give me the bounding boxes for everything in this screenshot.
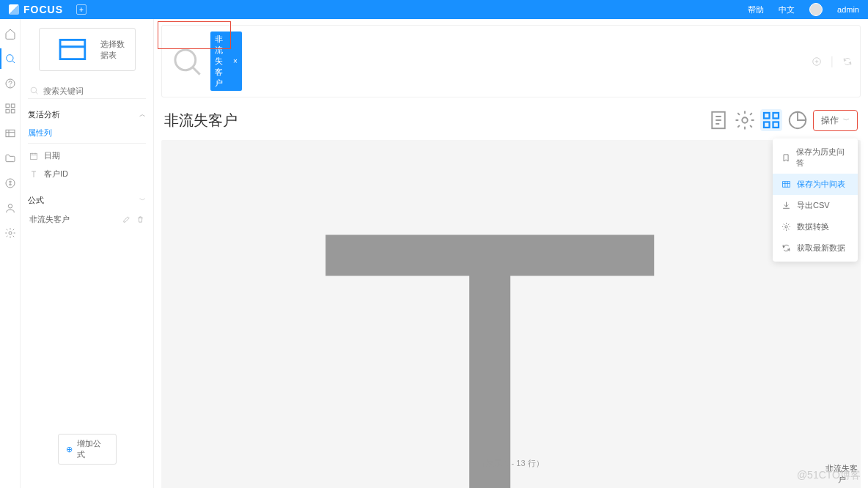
page-title: 非流失客户 xyxy=(164,111,238,130)
text-icon xyxy=(161,146,818,488)
bookmark-icon xyxy=(781,153,790,163)
formula-item[interactable]: 非流失客户 xyxy=(28,210,146,229)
new-tab-button[interactable]: + xyxy=(76,4,87,15)
svg-rect-21 xyxy=(773,122,779,128)
section-analysis-label: 复活分析 xyxy=(28,109,60,120)
app-header: FOCUS + 帮助 中文 admin xyxy=(0,0,868,19)
search-icon xyxy=(29,86,39,95)
select-table-label: 选择数据表 xyxy=(100,39,125,61)
user-icon[interactable] xyxy=(4,202,16,214)
help-link[interactable]: 帮助 xyxy=(748,4,764,15)
select-table-button[interactable]: 选择数据表 xyxy=(39,28,136,71)
grid-view-button[interactable] xyxy=(760,109,782,131)
close-icon[interactable]: × xyxy=(233,57,238,65)
brand-logo[interactable]: FOCUS xyxy=(9,4,63,15)
svg-rect-7 xyxy=(6,130,15,136)
menu-refresh-data[interactable]: 获取最新数据 xyxy=(773,237,858,259)
sidebar-search-input[interactable] xyxy=(43,86,144,95)
svg-point-23 xyxy=(785,226,787,228)
avatar[interactable] xyxy=(809,3,823,16)
search-bar: 非流失客户 × | xyxy=(161,25,861,97)
table-icon xyxy=(48,33,97,66)
svg-rect-3 xyxy=(6,104,10,108)
download-icon xyxy=(781,201,791,210)
plus-icon: ⊕ xyxy=(66,445,73,454)
search-nav-icon[interactable] xyxy=(4,53,16,64)
field-customer-id[interactable]: 客户ID xyxy=(28,165,146,183)
gear-icon xyxy=(781,222,791,232)
sidebar-search[interactable] xyxy=(28,83,146,99)
svg-rect-6 xyxy=(11,109,15,113)
svg-rect-20 xyxy=(764,122,770,128)
svg-rect-5 xyxy=(6,109,10,113)
search-tag-label: 非流失客户 xyxy=(215,34,230,89)
delete-icon[interactable] xyxy=(136,215,144,223)
menu-label: 获取最新数据 xyxy=(797,243,845,254)
field-date[interactable]: 日期 xyxy=(28,147,146,165)
divider: | xyxy=(831,55,834,68)
operate-button[interactable]: 操作 ﹀ xyxy=(813,110,858,131)
edit-icon[interactable] xyxy=(122,215,130,223)
folder-icon[interactable] xyxy=(4,152,16,164)
svg-point-0 xyxy=(6,55,12,62)
svg-rect-19 xyxy=(773,113,779,119)
config-icon-button[interactable] xyxy=(734,109,756,131)
svg-rect-18 xyxy=(764,113,770,119)
menu-save-table[interactable]: 保存为中间表 xyxy=(773,174,858,195)
menu-export-csv[interactable]: 导出CSV xyxy=(773,195,858,216)
svg-point-10 xyxy=(9,232,12,234)
refresh-icon[interactable] xyxy=(842,56,853,67)
table-icon xyxy=(781,180,791,189)
svg-rect-4 xyxy=(11,104,15,108)
title-row: 非流失客户 操作 ﹀ 保存为历史问答 保存为中间表 xyxy=(161,109,861,131)
section-formula-label: 公式 xyxy=(28,195,44,206)
export-icon-button[interactable] xyxy=(707,109,729,131)
data-table: 非流失客户 id001id002id003id004id005id006id00… xyxy=(161,140,861,488)
main-content: 非流失客户 × | 非流失客户 操作 ﹀ 保存为历史问答 xyxy=(154,19,868,488)
search-icon xyxy=(169,44,205,79)
chevron-down-icon: ﹀ xyxy=(139,196,146,205)
question-icon[interactable] xyxy=(4,78,16,89)
field-date-label: 日期 xyxy=(44,150,60,161)
menu-label: 导出CSV xyxy=(797,200,830,211)
dashboard-icon[interactable] xyxy=(4,103,16,114)
title-actions: 操作 ﹀ 保存为历史问答 保存为中间表 导出CSV xyxy=(707,109,858,131)
chevron-up-icon: ︿ xyxy=(139,110,146,119)
calendar-icon xyxy=(29,152,38,160)
operate-label: 操作 xyxy=(821,114,839,127)
section-analysis[interactable]: 复活分析 ︿ xyxy=(28,105,146,125)
menu-save-history[interactable]: 保存为历史问答 xyxy=(773,141,858,174)
svg-point-2 xyxy=(10,86,10,86)
attr-col-label[interactable]: 属性列 xyxy=(28,125,146,144)
settings-icon[interactable] xyxy=(4,227,16,239)
table-nav-icon[interactable] xyxy=(4,127,16,139)
svg-point-1 xyxy=(6,79,15,88)
svg-point-17 xyxy=(742,117,748,123)
operate-dropdown: 保存为历史问答 保存为中间表 导出CSV 数据转换 获取最新数据 xyxy=(773,138,858,262)
table-footer: （显示 1 - 13 行） xyxy=(154,452,868,475)
formula-item-label: 非流失客户 xyxy=(29,214,70,225)
username: admin xyxy=(837,5,859,14)
svg-point-14 xyxy=(175,50,196,70)
section-formula[interactable]: 公式 ﹀ xyxy=(28,191,146,210)
search-tag[interactable]: 非流失客户 × xyxy=(210,32,242,91)
logo-icon xyxy=(9,4,19,15)
menu-transform[interactable]: 数据转换 xyxy=(773,216,858,237)
refresh-icon xyxy=(781,243,791,253)
add-formula-button[interactable]: ⊕ 增加公式 xyxy=(58,434,117,465)
money-icon[interactable] xyxy=(4,177,16,189)
table-header[interactable]: 非流失客户 xyxy=(161,140,861,488)
menu-label: 数据转换 xyxy=(797,221,829,232)
home-icon[interactable] xyxy=(4,28,16,40)
svg-point-9 xyxy=(8,204,12,208)
lang-link[interactable]: 中文 xyxy=(779,4,795,15)
chevron-down-icon: ﹀ xyxy=(843,116,850,125)
chart-view-button[interactable] xyxy=(787,109,809,131)
menu-label: 保存为中间表 xyxy=(797,179,845,190)
plus-circle-icon[interactable] xyxy=(812,56,822,67)
svg-rect-13 xyxy=(31,153,37,159)
svg-point-12 xyxy=(31,87,37,93)
text-icon xyxy=(29,170,38,179)
sidebar: 选择数据表 复活分析 ︿ 属性列 日期 客户ID 公式 ﹀ 非流失客户 ⊕ 增加… xyxy=(21,19,154,488)
add-formula-label: 增加公式 xyxy=(77,438,108,460)
